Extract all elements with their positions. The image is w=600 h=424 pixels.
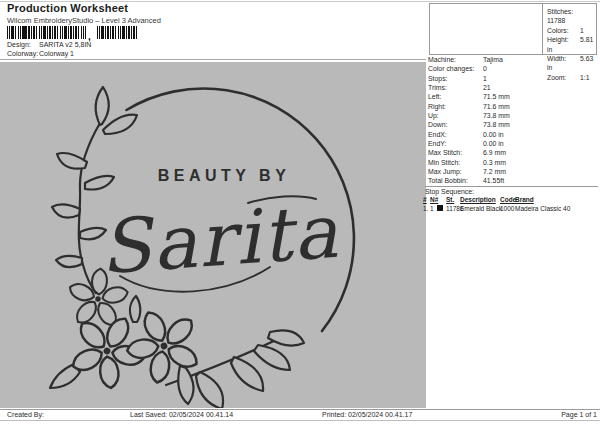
detail-color-changes: Color changes:0	[428, 64, 598, 73]
detail-max-jump: Max Jump:7.2 mm	[428, 167, 598, 176]
page-title: Production Worksheet	[7, 2, 128, 14]
stop-sequence-title: Stop Sequence:	[425, 188, 474, 195]
summary-stats-box: Stitches:11788 Colors:1 Height:5.81 in W…	[429, 3, 597, 55]
page-number-label: Page 1 of 1	[561, 411, 597, 418]
stop-sequence-table: # N# St. Description Code Brand 1. 1 117…	[423, 196, 599, 218]
stat-stitches: Stitches:11788	[547, 7, 596, 26]
embroidery-design-image: BEAUTY BY Sarita	[0, 62, 426, 408]
colorway-value: Colorway 1	[39, 50, 74, 57]
footer-divider	[0, 409, 600, 410]
detail-min-stitch: Min Stitch:0.3 mm	[428, 158, 598, 167]
detail-max-stitch: Max Stitch:6.9 mm	[428, 148, 598, 157]
detail-stops: Stops:1	[428, 74, 598, 83]
col-stitches: St.	[446, 196, 454, 203]
design-label: Design:	[7, 41, 39, 48]
col-code: Code	[500, 196, 516, 203]
design-barcode: ,	[7, 26, 137, 40]
col-brand: Brand	[515, 196, 534, 203]
software-version-label: Wilcom EmbroideryStudio – Level 3 Advanc…	[7, 16, 161, 25]
col-description: Description	[460, 196, 496, 203]
machine-details-panel: Machine:Tajima Color changes:0 Stops:1 T…	[428, 55, 598, 186]
barcode-segment	[97, 26, 137, 39]
detail-down: Down:73.8 mm	[428, 120, 598, 129]
barcode-segment	[7, 26, 86, 39]
created-by-label: Created By:	[7, 411, 44, 418]
detail-right: Right:71.6 mm	[428, 102, 598, 111]
detail-machine: Machine:Tajima	[428, 55, 598, 64]
col-needle: N#	[430, 196, 438, 203]
thread-color-swatch	[437, 205, 443, 211]
production-worksheet-page: Production Worksheet Wilcom EmbroiderySt…	[0, 0, 600, 424]
detail-left: Left:71.5 mm	[428, 92, 598, 101]
stat-height: Height:5.81 in	[547, 35, 596, 54]
design-name-row: Design:SARITA v2 5,8IN	[7, 41, 91, 48]
detail-up: Up:73.8 mm	[428, 111, 598, 120]
last-saved-label: Last Saved: 02/05/2024 00.41.14	[130, 411, 233, 418]
stop-sequence-divider	[425, 186, 598, 187]
printed-label: Printed: 02/05/2024 00.41.17	[322, 411, 412, 418]
design-preview-canvas: BEAUTY BY Sarita	[0, 62, 426, 408]
detail-trims: Trims:21	[428, 83, 598, 92]
colorway-label: Colorway:	[7, 50, 39, 57]
detail-endx: EndX:0.00 in	[428, 130, 598, 139]
design-text-beauty-by: BEAUTY BY	[158, 167, 291, 184]
bottom-border	[0, 420, 600, 421]
design-value: SARITA v2 5,8IN	[39, 41, 91, 48]
detail-endy: EndY:0.00 in	[428, 139, 598, 148]
col-num: #	[423, 196, 427, 203]
design-text-sarita: Sarita	[97, 188, 342, 291]
stat-colors: Colors:1	[547, 26, 596, 35]
detail-total-bobbin: Total Bobbin:41.55ft	[428, 176, 598, 185]
header-divider	[0, 59, 426, 60]
stats-box-divider	[542, 4, 543, 54]
colorway-row: Colorway:Colorway 1	[7, 50, 74, 57]
